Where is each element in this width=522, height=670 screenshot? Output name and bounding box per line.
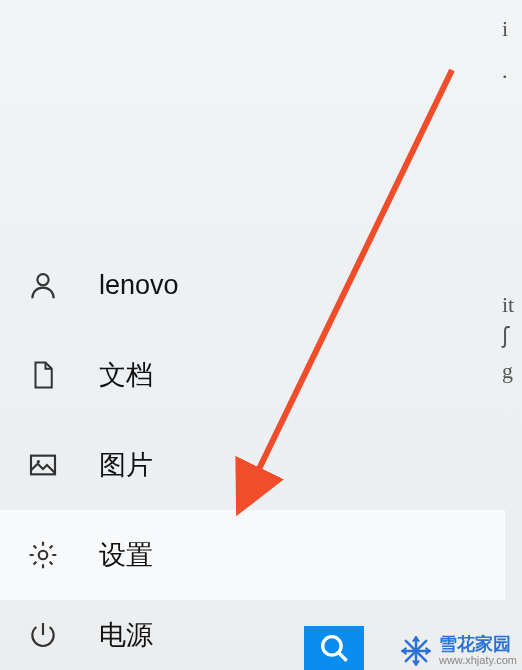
settings-label: 设置 bbox=[99, 537, 153, 573]
gear-icon bbox=[25, 537, 61, 573]
documents-item[interactable]: 文档 bbox=[0, 330, 505, 420]
person-icon bbox=[25, 267, 61, 303]
taskbar-search-button[interactable] bbox=[304, 626, 364, 670]
watermark-url: www.xhjaty.com bbox=[439, 653, 517, 667]
svg-point-3 bbox=[39, 551, 48, 560]
svg-point-0 bbox=[37, 274, 48, 285]
start-menu-sidebar: lenovo 文档 图片 设置 bbox=[0, 240, 505, 670]
documents-label: 文档 bbox=[99, 357, 153, 393]
snowflake-icon bbox=[399, 634, 433, 668]
watermark: 雪花家园 www.xhjaty.com bbox=[399, 634, 517, 668]
svg-point-4 bbox=[323, 637, 341, 655]
svg-rect-1 bbox=[31, 456, 55, 475]
power-icon bbox=[25, 617, 61, 653]
document-icon bbox=[25, 357, 61, 393]
user-label: lenovo bbox=[99, 270, 179, 301]
watermark-title: 雪花家园 bbox=[439, 635, 511, 653]
svg-point-2 bbox=[37, 460, 40, 463]
pictures-label: 图片 bbox=[99, 447, 153, 483]
pictures-item[interactable]: 图片 bbox=[0, 420, 505, 510]
settings-item[interactable]: 设置 bbox=[0, 510, 505, 600]
power-label: 电源 bbox=[99, 617, 153, 653]
pictures-icon bbox=[25, 447, 61, 483]
user-account-item[interactable]: lenovo bbox=[0, 240, 505, 330]
